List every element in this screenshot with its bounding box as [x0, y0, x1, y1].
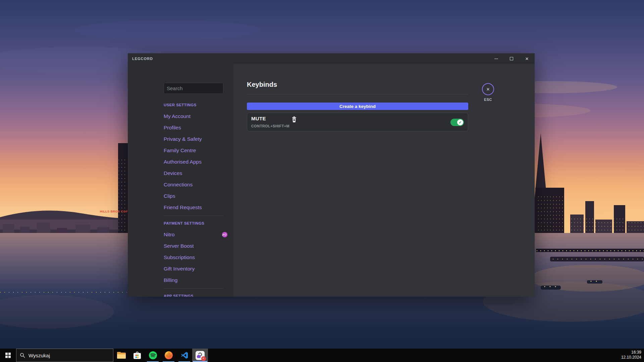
keybind-toggle[interactable]: ✓ [450, 119, 464, 126]
windows-logo-icon [5, 353, 11, 358]
sidebar-item-label: Nitro [164, 232, 175, 238]
trash-icon [291, 116, 297, 122]
file-explorer-icon [117, 352, 126, 359]
page-title: Keybinds [247, 81, 468, 89]
settings-search-box[interactable] [164, 83, 223, 94]
minimize-icon [494, 59, 498, 59]
legcord-notification-badge [201, 356, 206, 361]
sidebar-item-server-boost[interactable]: Server Boost [164, 243, 227, 249]
taskbar-app-firefox[interactable] [161, 349, 176, 362]
settings-nav: USER SETTINGS My Account Profiles Privac… [164, 103, 227, 297]
sidebar-item-nitro[interactable]: Nitro [164, 231, 227, 238]
taskbar-app-legcord[interactable] [192, 349, 208, 362]
microsoft-store-icon [133, 352, 141, 359]
sidebar-item-profiles[interactable]: Profiles [164, 124, 227, 131]
nav-header-app-settings: APP SETTINGS [164, 294, 227, 297]
nitro-badge-icon [222, 232, 227, 237]
close-button[interactable]: ✕ [519, 53, 535, 64]
esc-label: ESC [480, 98, 496, 102]
window-titlebar[interactable]: LEGCORD ✕ [128, 53, 535, 64]
create-keybind-button[interactable]: Create a keybind [247, 103, 468, 110]
sidebar-item-gift-inventory[interactable]: Gift Inventory [164, 265, 227, 272]
clock-date: 12.10.2024 [621, 355, 641, 360]
taskbar: Wyszukaj [0, 349, 644, 362]
content-divider [247, 94, 468, 95]
clock-time: 16:39 [621, 350, 641, 355]
nav-divider [164, 216, 223, 216]
nav-divider [164, 288, 223, 289]
delete-keybind-button[interactable] [291, 116, 297, 122]
close-settings-button[interactable]: ✕ ESC [480, 83, 496, 102]
settings-sidebar: USER SETTINGS My Account Profiles Privac… [128, 64, 233, 297]
minimize-button[interactable] [488, 53, 504, 64]
taskbar-app-vscode[interactable] [176, 349, 192, 362]
sidebar-item-authorised-apps[interactable]: Authorised Apps [164, 159, 227, 165]
keybind-action-label: MUTE [251, 116, 266, 121]
sidebar-item-family-centre[interactable]: Family Centre [164, 147, 227, 154]
taskbar-search-icon [20, 353, 25, 358]
taskbar-search-placeholder: Wyszukaj [29, 353, 50, 358]
maximize-icon [510, 57, 513, 60]
sidebar-item-connections[interactable]: Connections [164, 181, 227, 188]
app-title: LEGCORD [128, 57, 153, 61]
keybind-row: MUTE CONTROL+SHIFT+M ✓ [247, 113, 468, 131]
close-icon: ✕ [525, 56, 529, 61]
sidebar-item-clips[interactable]: Clips [164, 193, 227, 199]
sidebar-item-devices[interactable]: Devices [164, 170, 227, 177]
legcord-icon [196, 351, 205, 360]
close-settings-x-icon: ✕ [482, 83, 494, 95]
sidebar-item-friend-requests[interactable]: Friend Requests [164, 204, 227, 211]
taskbar-clock[interactable]: 16:39 12.10.2024 [621, 349, 644, 362]
taskbar-app-spotify[interactable] [145, 349, 161, 362]
toggle-check-icon: ✓ [457, 119, 463, 125]
spotify-icon [149, 351, 157, 360]
taskbar-search[interactable]: Wyszukaj [16, 349, 113, 362]
firefox-icon [164, 351, 173, 360]
taskbar-app-microsoft-store[interactable] [129, 349, 145, 362]
sidebar-item-privacy-safety[interactable]: Privacy & Safety [164, 136, 227, 142]
nav-header-payment-settings: PAYMENT SETTINGS [164, 221, 227, 226]
settings-content: Keybinds Create a keybind MUTE [233, 64, 535, 297]
settings-search-input[interactable] [167, 85, 233, 91]
sidebar-item-my-account[interactable]: My Account [164, 113, 227, 120]
sidebar-item-subscriptions[interactable]: Subscriptions [164, 254, 227, 261]
sidebar-item-billing[interactable]: Billing [164, 277, 227, 284]
legcord-window: LEGCORD ✕ USER SETTINGS My Account Profi… [128, 53, 535, 297]
taskbar-app-file-explorer[interactable] [113, 349, 129, 362]
start-button[interactable] [0, 349, 16, 362]
nav-header-user-settings: USER SETTINGS [164, 103, 227, 108]
maximize-button[interactable] [504, 53, 519, 64]
vscode-icon [180, 351, 189, 359]
keybind-combo-label: CONTROL+SHIFT+M [251, 124, 289, 128]
